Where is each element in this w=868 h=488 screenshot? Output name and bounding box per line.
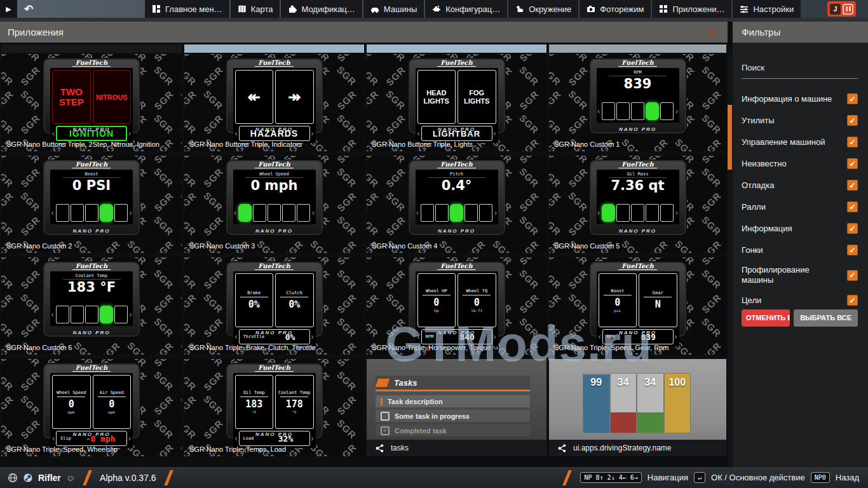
sgr-stamp: SGR [544, 156, 546, 165]
app-tile[interactable]: SGRSGRSGRSGRSGRSGRSGRSGRSGRSGRSGRSGRSGRS… [1, 156, 182, 253]
menu-item-apps[interactable]: Приложени… [652, 0, 731, 18]
sgr-stamp: SGR [152, 369, 175, 393]
app-tile[interactable]: SGRSGRSGRSGRSGRSGRSGRSGRSGRSGRSGRSGRSGRS… [184, 257, 364, 355]
sgr-stamp: SGR [517, 190, 541, 214]
checkbox-checked[interactable]: ✓ [847, 137, 858, 147]
joystick-button[interactable]: J [830, 4, 841, 15]
menu-item-map[interactable]: Карта [231, 0, 280, 18]
menu-item-photo-mode[interactable]: Фоторежим [580, 0, 651, 18]
grid-scrollbar-thumb[interactable] [728, 105, 732, 170]
resume-play-button[interactable]: ▶ [0, 0, 17, 18]
sgr-stamp: SGR [700, 214, 723, 238]
sgr-stamp: SGR [367, 292, 381, 315]
sgr-stamp: SGR [179, 257, 182, 267]
status-left: Rifler ☺ Alpha v.0.37.6 [0, 470, 176, 485]
mods-icon [288, 4, 297, 13]
sgr-stamp: SGR [152, 268, 175, 291]
app-tile[interactable]: SGRSGRSGRSGRSGRSGRSGRSGRSGRSGRSGRSGRSGRS… [549, 257, 726, 355]
fueltech-device: FuelTech Oil Mass 7.36 qt ‹ › NANO PRO [589, 159, 687, 236]
app-tile[interactable]: 99 34 34 100 ui.apps.drivingStrategy.nam… [549, 359, 726, 456]
app-tile[interactable]: SGRSGRSGRSGRSGRSGRSGRSGRSGRSGRSGRSGRSGRS… [184, 156, 364, 253]
gauge-label: Pitch [416, 170, 498, 177]
sgr-stamp: SGR [367, 190, 381, 214]
menu-item-main-menu[interactable]: Главное мен… [145, 0, 229, 18]
apps-icon [659, 4, 668, 13]
sgr-stamp: SGR [517, 88, 541, 112]
strategy-bar-chart: 99 34 34 100 [583, 373, 691, 433]
settings-icon [740, 4, 749, 13]
app-tile[interactable]: SGRSGRSGRSGRSGRSGRSGRSGRSGRSGRSGRSGRSGRS… [549, 54, 726, 151]
fueltech-device: FuelTech ↞ ↠ ‹ HAZARDS › NANO PRO [226, 58, 323, 134]
sgr-stamp: SGR [566, 316, 590, 339]
app-tile[interactable]: SGRSGRSGRSGRSGRSGRSGRSGRSGRSGRSGRSGRSGRS… [1, 54, 182, 151]
sgr-stamp: SGR [201, 268, 225, 291]
checkbox-checked[interactable]: ✓ [847, 180, 858, 191]
app-node-icon [557, 444, 567, 453]
filter-row-vehicle-control[interactable]: Управление машиной ✓ [742, 135, 858, 149]
checkbox-checked[interactable]: ✓ [847, 295, 858, 306]
filter-row-unknown[interactable]: Неизвестно ✓ [742, 157, 858, 170]
sgr-stamp: SGR [362, 340, 364, 355]
filter-row-vehicle-info[interactable]: Информация о машине ✓ [742, 92, 858, 105]
sgr-stamp: SGR [549, 316, 563, 339]
sgr-stamp: SGR [544, 88, 546, 112]
menu-item-vehicle-config[interactable]: Конфигурац… [425, 0, 507, 18]
app-caption: SGR Nano Custom 5 [554, 242, 724, 250]
app-tile[interactable]: SGRSGRSGRSGRSGRSGRSGRSGRSGRSGRSGRSGRSGRS… [1, 257, 182, 355]
sgr-stamp: SGR [335, 268, 358, 291]
checkbox-checked[interactable]: ✓ [847, 93, 858, 104]
sgr-stamp: SGR [179, 166, 182, 189]
grid-scrollbar-track[interactable] [728, 54, 732, 466]
menu-item-environment[interactable]: Окружение [508, 0, 578, 18]
sgr-stamp: SGR [367, 166, 381, 189]
filter-row-goals[interactable]: Цели ✓ [742, 294, 858, 307]
checkbox-checked[interactable]: ✓ [847, 245, 858, 255]
sgr-stamp: SGR [362, 369, 364, 393]
sgr-stamp: SGR [184, 156, 198, 165]
navigation-keys-badge: NP 8↑ 2↓ 4← 6→ [580, 472, 641, 483]
app-tile[interactable]: SGRSGRSGRSGRSGRSGRSGRSGRSGRSGRSGRSGRSGRS… [184, 359, 364, 456]
back-undo-button[interactable]: ↶ [19, 0, 38, 18]
app-tile[interactable]: SGRSGRSGRSGRSGRSGRSGRSGRSGRSGRSGRSGRSGRS… [1, 359, 182, 456]
filter-row-rally[interactable]: Ралли ✓ [742, 200, 858, 214]
checkbox-checked[interactable]: ✓ [847, 223, 858, 234]
sgr-stamp: SGR [367, 268, 381, 291]
sgr-stamp: SGR [362, 393, 364, 417]
filter-row-info[interactable]: Информация ✓ [742, 222, 858, 235]
sgr-stamp: SGR [544, 54, 546, 64]
sgr-stamp: SGR [152, 190, 175, 214]
filter-row-racing[interactable]: Гонки ✓ [742, 243, 858, 257]
sgr-stamp: SGR [1, 369, 15, 393]
app-tile[interactable]: SGRSGRSGRSGRSGRSGRSGRSGRSGRSGRSGRSGRSGRS… [549, 156, 726, 253]
globe-icon [8, 473, 18, 483]
filter-row-utilities[interactable]: Утилиты ✓ [742, 114, 858, 127]
filter-row-vehicle-profiling[interactable]: Профилирование машины ✓ [742, 265, 858, 285]
sgr-stamp: SGR [335, 54, 358, 64]
sgr-stamp: SGR [18, 359, 42, 369]
filter-row-debug[interactable]: Отладка ✓ [742, 179, 858, 192]
app-tile[interactable]: SGRSGRSGRSGRSGRSGRSGRSGRSGRSGRSGRSGRSGRS… [367, 54, 546, 151]
app-caption: SGR Nano Triple, Horsepower, Torque [372, 344, 544, 351]
checkbox-checked[interactable]: ✓ [847, 270, 858, 281]
sgr-stamp: SGR [18, 417, 42, 441]
sgr-stamp: SGR [566, 268, 590, 291]
pause-button[interactable] [843, 4, 853, 15]
menu-item-settings[interactable]: Настройки [733, 0, 801, 18]
menu-item-vehicles[interactable]: Машины [363, 0, 424, 18]
deselect-all-button[interactable]: ОТМЕНИТЬ ВЫБОР [742, 309, 790, 327]
app-tile[interactable]: SGRSGRSGRSGRSGRSGRSGRSGRSGRSGRSGRSGRSGRS… [367, 156, 546, 253]
app-tile[interactable]: SGRSGRSGRSGRSGRSGRSGRSGRSGRSGRSGRSGRSGRS… [184, 54, 364, 151]
checkbox-checked[interactable]: ✓ [847, 115, 858, 126]
menu-item-mods[interactable]: Модификац… [281, 0, 362, 18]
select-all-button[interactable]: ВЫБРАТЬ ВСЕ [794, 309, 858, 327]
sgr-stamp: SGR [335, 190, 358, 214]
close-icon[interactable]: × [709, 25, 716, 39]
page-header: Приложения × [0, 22, 728, 43]
app-tile[interactable]: SGRSGRSGRSGRSGRSGRSGRSGRSGRSGRSGRSGRSGRS… [367, 257, 546, 355]
app-tile[interactable]: Tasks Task description Some task in prog… [367, 359, 546, 456]
sgr-stamp: SGR [201, 112, 225, 136]
search-input[interactable]: Поиск [742, 62, 858, 79]
checkbox-checked[interactable]: ✓ [847, 158, 858, 169]
sgr-stamp: SGR [179, 369, 182, 393]
checkbox-checked[interactable]: ✓ [847, 201, 858, 212]
